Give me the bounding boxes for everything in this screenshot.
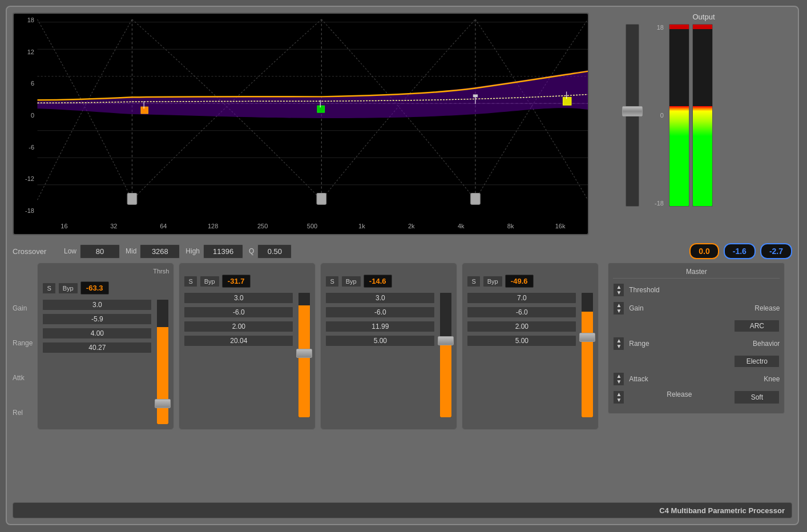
band-1-range-input[interactable]: [42, 313, 152, 325]
band-3-rel-input[interactable]: [325, 335, 435, 346]
band-4-fader-fill: [582, 312, 593, 417]
band-3-gain-input[interactable]: [325, 292, 435, 304]
band-1-range-row: [42, 313, 152, 325]
freq-250: 250: [238, 223, 288, 229]
top-row: 18 12 6 0 -6 -12 -18: [13, 13, 792, 235]
band-4-s-btn[interactable]: S: [467, 276, 480, 287]
master-range-arrows[interactable]: ▲▼: [613, 337, 624, 350]
band-1-gain-input[interactable]: [42, 299, 152, 311]
crossover-mid-group: Mid: [126, 244, 180, 259]
band-2-fader[interactable]: [298, 292, 310, 418]
output-label: Output: [615, 13, 792, 21]
band-2-s-btn[interactable]: S: [184, 276, 197, 287]
band-2-params: [184, 292, 293, 418]
master-knee-value-btn[interactable]: Soft: [734, 390, 780, 404]
band-3-fader-fill: [440, 342, 451, 417]
crossover-mid-input[interactable]: [140, 244, 180, 259]
band-3-byp-btn[interactable]: Byp: [341, 276, 361, 287]
master-knee-label: Knee: [764, 375, 780, 383]
band-3-fader-handle[interactable]: [438, 336, 454, 345]
band-2-range-input[interactable]: [184, 307, 293, 318]
rel-param-label: Rel: [13, 405, 33, 421]
band-4-body: [467, 292, 594, 418]
band-2-rel-input[interactable]: [184, 335, 293, 346]
band-2-attk-input[interactable]: [184, 321, 293, 332]
thrsh-label-1: Thrsh: [153, 268, 169, 275]
freq-8k: 8k: [486, 223, 535, 229]
master-release-param-arrows[interactable]: ▲▼: [613, 390, 624, 404]
band-3-gain-row: [325, 292, 435, 304]
svg-rect-20: [563, 97, 571, 105]
output-slider-container: [615, 24, 649, 207]
master-threshold-arrows[interactable]: ▲▼: [613, 283, 624, 297]
band-4-byp-btn[interactable]: Byp: [483, 276, 503, 287]
band-4-range-input[interactable]: [467, 307, 576, 318]
band-1-attk-input[interactable]: [42, 328, 152, 339]
crossover-label: Crossover: [13, 247, 58, 256]
band-2-byp-btn[interactable]: Byp: [200, 276, 220, 287]
band-2-controls: S Byp -31.7: [184, 275, 310, 288]
band-2-gain-row: [184, 292, 293, 304]
freq-128: 128: [188, 223, 238, 229]
band-4-gain-input[interactable]: [467, 292, 576, 304]
band-1-body: [42, 299, 169, 425]
master-behavior-value-btn[interactable]: Electro: [734, 355, 780, 368]
band-3-range-input[interactable]: [325, 307, 435, 318]
output-meters: 18 0 -18: [615, 24, 792, 207]
output-section: Output 18 0 -18: [615, 13, 792, 207]
band-2-attk-row: [184, 321, 293, 332]
output-slider-track[interactable]: [626, 24, 639, 207]
left-param-labels: Gain Range Attk Rel: [13, 263, 33, 430]
band-1-params: [42, 299, 152, 425]
band-2-gain-input[interactable]: [184, 292, 293, 304]
band-2-fader-fill: [298, 305, 310, 417]
band-4-rel-input[interactable]: [467, 335, 576, 346]
band-2-panel: S Byp -31.7: [179, 263, 316, 430]
band-1-rel-input[interactable]: [42, 342, 152, 353]
band-3-fader[interactable]: [439, 292, 452, 418]
band-2-rel-row: [184, 335, 293, 346]
eq-display: 18 12 6 0 -6 -12 -18: [13, 13, 589, 235]
band-4-top: [467, 268, 594, 270]
band-3-params: [325, 292, 435, 418]
band-3-s-btn[interactable]: S: [325, 276, 338, 287]
crossover-row: Crossover Low Mid High Q 0.0 -1.6 -2.7: [13, 240, 792, 263]
meter-clip-2: [693, 25, 712, 29]
crossover-q-input[interactable]: [257, 244, 292, 259]
freq-4k: 4k: [436, 223, 486, 229]
mid-label: Mid: [126, 247, 136, 255]
band-3-attk-input[interactable]: [325, 321, 435, 332]
band-4-attk-input[interactable]: [467, 321, 576, 332]
output-slider-handle[interactable]: [622, 106, 643, 116]
band-1-fader-handle[interactable]: [155, 399, 171, 408]
band-4-fader-handle[interactable]: [579, 333, 595, 342]
main-container: 18 12 6 0 -6 -12 -18: [6, 6, 799, 525]
crossover-high-input[interactable]: [203, 244, 243, 259]
freq-500: 500: [288, 223, 337, 229]
freq-32: 32: [89, 223, 139, 229]
crossover-low-input[interactable]: [80, 244, 120, 259]
band-1-gain-row: [42, 299, 152, 311]
band-1-fader[interactable]: [156, 299, 169, 425]
crossover-low-group: Low: [64, 244, 120, 259]
band-2-fader-handle[interactable]: [296, 349, 312, 358]
band-3-range-row: [325, 307, 435, 318]
band-1-byp-btn[interactable]: Byp: [58, 283, 78, 294]
meter-label-18: 18: [655, 24, 664, 31]
range-param-label: Range: [13, 335, 33, 351]
freq-labels-row: 16 32 64 128 250 500 1k 2k 4k 8k 16k: [37, 218, 588, 234]
band-1-s-btn[interactable]: S: [42, 283, 55, 294]
app-title: C4 Multiband Parametric Processor: [659, 506, 785, 515]
band-2-range-row: [184, 307, 293, 318]
svg-rect-16: [317, 106, 324, 112]
master-gain-arrows[interactable]: ▲▼: [613, 301, 624, 315]
crossover-q-group: Q: [249, 244, 292, 259]
gain-readout-2: -1.6: [724, 243, 756, 259]
master-attack-arrows[interactable]: ▲▼: [613, 372, 624, 386]
band-4-fader[interactable]: [581, 292, 594, 418]
gain-readout-1: 0.0: [689, 243, 719, 259]
high-label: High: [185, 247, 200, 255]
master-attack-row: ▲▼ Attack Knee: [613, 372, 780, 386]
master-behavior-label: Behavior: [753, 340, 780, 348]
master-release-value-btn[interactable]: ARC: [734, 320, 780, 332]
